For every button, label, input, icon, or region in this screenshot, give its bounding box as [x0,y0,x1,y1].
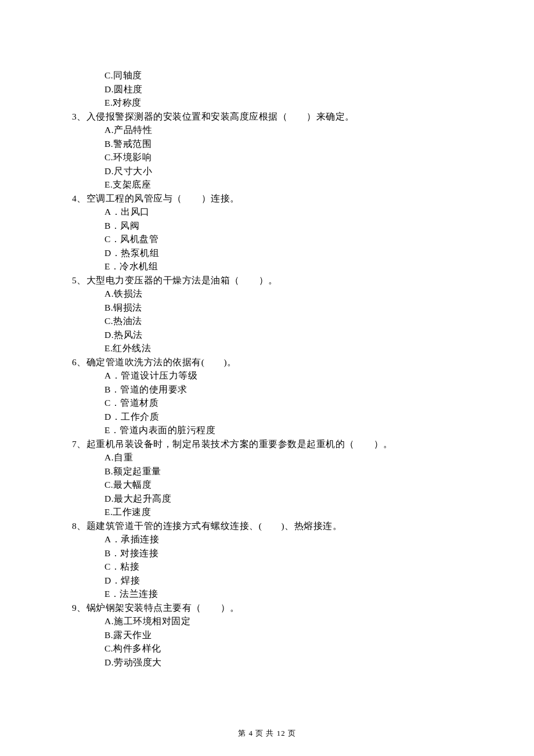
option: B.铜损法 [72,301,464,315]
option: E.支架底座 [72,178,464,192]
question-stem: 7、起重机吊装设备时，制定吊装技术方案的重要参数是起重机的（ ）。 [72,437,464,451]
question-text: 大型电力变压器的干燥方法是油箱（ ）。 [86,275,278,285]
option: A.铁损法 [72,287,464,301]
question-stem: 8、题建筑管道干管的连接方式有螺纹连接、( )、热熔接连。 [72,519,464,533]
option: C.最大幅度 [72,478,464,492]
question-number: 6、 [72,357,86,367]
question-number: 7、 [72,439,86,449]
question-number: 5、 [72,275,86,285]
option: D.尺寸大小 [72,164,464,178]
question-text: 题建筑管道干管的连接方式有螺纹连接、( )、热熔接连。 [86,521,342,531]
option: D.劳动强度大 [72,656,464,669]
option: B.警戒范围 [72,137,464,151]
partial-option: C.同轴度 [72,69,464,82]
question-stem: 9、锅炉钢架安装特点主要有（ ）。 [72,601,464,615]
option: A.施工环境相对固定 [72,614,464,628]
question-stem: 6、确定管道吹洗方法的依据有( )。 [72,355,464,369]
option: D.最大起升高度 [72,492,464,506]
option: E．法兰连接 [72,587,464,601]
option: E.红外线法 [72,341,464,355]
option: D．工作介质 [72,410,464,424]
option: A．管道设计压力等级 [72,369,464,383]
option: B.露天作业 [72,628,464,642]
option: C．风机盘管 [72,232,464,246]
question-text: 空调工程的风管应与（ ）连接。 [86,193,240,203]
option: C．管道材质 [72,396,464,410]
option: A.产品特性 [72,123,464,137]
option: A．承插连接 [72,532,464,546]
option: C.热油法 [72,314,464,328]
question-number: 3、 [72,111,86,121]
option: B.额定起重量 [72,465,464,478]
option: A．出风口 [72,205,464,219]
question-text: 起重机吊装设备时，制定吊装技术方案的重要参数是起重机的（ ）。 [86,439,393,449]
option: E．管道内表面的脏污程度 [72,423,464,437]
question-number: 9、 [72,603,86,613]
question-text: 确定管道吹洗方法的依据有( )。 [86,357,237,367]
question-stem: 5、大型电力变压器的干燥方法是油箱（ ）。 [72,273,464,287]
page-footer: 第 4 页 共 12 页 [0,728,534,739]
partial-option: D.圆柱度 [72,82,464,96]
option: A.自重 [72,451,464,465]
option: E.工作速度 [72,505,464,519]
option: D.热风法 [72,328,464,342]
option: C．粘接 [72,560,464,574]
question-stem: 3、入侵报警探测器的安装位置和安装高度应根据（ ）来确定。 [72,110,464,124]
question-stem: 4、空调工程的风管应与（ ）连接。 [72,192,464,206]
option: E．冷水机组 [72,260,464,273]
page-content: C.同轴度 D.圆柱度 E.对称度 3、入侵报警探测器的安装位置和安装高度应根据… [0,0,534,669]
option: D．焊接 [72,574,464,588]
option: B．管道的使用要求 [72,383,464,397]
option: B．对接连接 [72,546,464,560]
question-number: 4、 [72,193,86,203]
option: C.环境影响 [72,150,464,164]
partial-option: E.对称度 [72,96,464,110]
option: B．风阀 [72,219,464,233]
question-text: 锅炉钢架安装特点主要有（ ）。 [86,603,240,613]
option: C.构件多样化 [72,642,464,656]
question-number: 8、 [72,521,86,531]
option: D．热泵机组 [72,246,464,260]
question-text: 入侵报警探测器的安装位置和安装高度应根据（ ）来确定。 [86,111,355,121]
